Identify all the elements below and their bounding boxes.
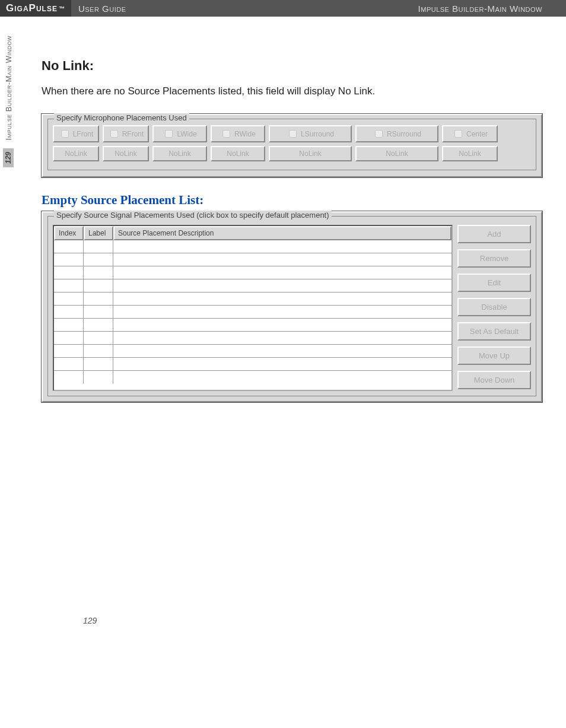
table-row[interactable] xyxy=(54,358,451,371)
add-button[interactable]: Add xyxy=(457,225,531,243)
table-row[interactable] xyxy=(54,332,451,345)
product-text: GigaPulse xyxy=(6,2,58,14)
chk-label: RSurround xyxy=(387,130,421,138)
move-down-button[interactable]: Move Down xyxy=(457,371,531,389)
chk-lfront[interactable]: LFront xyxy=(53,125,99,142)
edit-button[interactable]: Edit xyxy=(457,274,531,292)
table-header: Index Label Source Placement Description xyxy=(54,226,451,240)
btn-nolink-0[interactable]: NoLink xyxy=(53,146,99,161)
chk-label: LSurround xyxy=(301,130,334,138)
mic-legend: Specify Microphone Placements Used xyxy=(54,113,189,122)
chk-rsurround[interactable]: RSurround xyxy=(355,125,438,142)
source-table[interactable]: Index Label Source Placement Description xyxy=(53,225,453,391)
product-name: GigaPulse™ xyxy=(0,0,71,17)
src-fieldset: Specify Source Signal Placements Used (c… xyxy=(47,216,536,396)
col-label[interactable]: Label xyxy=(84,226,113,240)
checkbox-icon xyxy=(110,130,118,138)
table-row[interactable] xyxy=(54,306,451,319)
checkbox-icon xyxy=(222,130,230,138)
table-rows xyxy=(54,240,451,384)
table-row[interactable] xyxy=(54,253,451,266)
source-buttons: Add Remove Edit Disable Set As Default M… xyxy=(457,225,531,391)
chk-label: LWide xyxy=(177,130,196,138)
chk-lsurround[interactable]: LSurround xyxy=(269,125,352,142)
page-number-footer: 129 xyxy=(83,616,566,625)
chk-center[interactable]: Center xyxy=(442,125,498,142)
mic-fieldset: Specify Microphone Placements Used LFron… xyxy=(47,119,536,170)
empty-source-heading: Empty Source Placement List: xyxy=(42,193,542,208)
table-row[interactable] xyxy=(54,279,451,293)
col-index[interactable]: Index xyxy=(54,226,84,240)
btn-nolink-5[interactable]: NoLink xyxy=(355,146,438,161)
set-default-button[interactable]: Set As Default xyxy=(457,322,531,341)
side-tab: Impulse Builder-Main Window 129 xyxy=(0,36,17,208)
chk-label: Center xyxy=(466,130,488,138)
btn-nolink-3[interactable]: NoLink xyxy=(211,146,265,161)
mic-button-row: NoLink NoLink NoLink NoLink NoLink NoLin… xyxy=(53,146,531,161)
chk-label: LFront xyxy=(73,130,94,138)
table-row[interactable] xyxy=(54,345,451,358)
disable-button[interactable]: Disable xyxy=(457,298,531,316)
btn-nolink-4[interactable]: NoLink xyxy=(269,146,352,161)
checkbox-icon xyxy=(289,130,297,138)
btn-nolink-2[interactable]: NoLink xyxy=(152,146,207,161)
remove-button[interactable]: Remove xyxy=(457,249,531,268)
btn-nolink-6[interactable]: NoLink xyxy=(442,146,498,161)
src-legend: Specify Source Signal Placements Used (c… xyxy=(54,211,332,220)
side-page-number: 129 xyxy=(3,148,14,167)
chk-lwide[interactable]: LWide xyxy=(152,125,207,142)
source-placements-panel: Specify Source Signal Placements Used (c… xyxy=(42,211,542,402)
table-row[interactable] xyxy=(54,319,451,332)
nolink-paragraph: When there are no Source Placements list… xyxy=(42,85,542,97)
checkbox-icon xyxy=(61,130,69,138)
mic-checkbox-row: LFront RFront LWide RWide LSurround RSur… xyxy=(53,125,531,142)
move-up-button[interactable]: Move Up xyxy=(457,346,531,365)
checkbox-icon xyxy=(165,130,173,138)
nolink-heading: No Link: xyxy=(42,58,542,74)
table-row[interactable] xyxy=(54,371,451,384)
table-row[interactable] xyxy=(54,266,451,279)
table-row[interactable] xyxy=(54,240,451,253)
col-description[interactable]: Source Placement Description xyxy=(113,226,451,240)
top-bar: GigaPulse™ User Guide Impulse Builder-Ma… xyxy=(0,0,566,17)
guide-label: User Guide xyxy=(71,4,418,14)
checkbox-icon xyxy=(375,130,383,138)
trademark: ™ xyxy=(59,5,65,12)
chk-label: RWide xyxy=(234,130,256,138)
checkbox-icon xyxy=(454,130,462,138)
chk-rwide[interactable]: RWide xyxy=(211,125,265,142)
section-label: Impulse Builder-Main Window xyxy=(418,4,566,14)
side-section-label: Impulse Builder-Main Window xyxy=(4,36,13,146)
chk-rfront[interactable]: RFront xyxy=(103,125,149,142)
mic-placements-panel: Specify Microphone Placements Used LFron… xyxy=(42,114,542,177)
btn-nolink-1[interactable]: NoLink xyxy=(103,146,149,161)
chk-label: RFront xyxy=(122,130,144,138)
table-row[interactable] xyxy=(54,293,451,306)
